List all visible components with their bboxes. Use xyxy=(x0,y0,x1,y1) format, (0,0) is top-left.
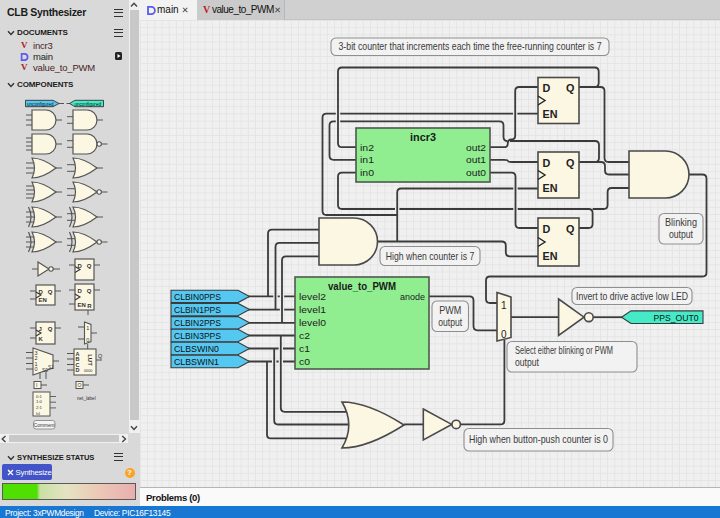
svg-text:Q: Q xyxy=(566,82,574,94)
svg-text:K: K xyxy=(39,336,44,342)
svg-text:EN: EN xyxy=(543,182,558,194)
svg-text:in1: in1 xyxy=(360,155,374,165)
svg-text:PWM: PWM xyxy=(439,305,461,316)
svg-text:in0: in0 xyxy=(360,168,374,178)
svg-text:unconfigured: unconfigured xyxy=(27,102,54,107)
svg-text:1: 1 xyxy=(501,300,507,311)
svg-text:0: 0 xyxy=(35,366,38,372)
svg-text:High when button-push counter: High when button-push counter is 0 xyxy=(469,434,608,445)
svg-text:0: 0 xyxy=(86,337,89,343)
svg-text:Q: Q xyxy=(98,353,103,359)
svg-text:Q: Q xyxy=(48,326,53,332)
svg-text:CLBIN0PPS: CLBIN0PPS xyxy=(174,292,221,302)
svg-text:Q: Q xyxy=(566,223,574,235)
svg-text:EN: EN xyxy=(78,302,86,308)
svg-text:D: D xyxy=(78,288,83,294)
svg-text:D: D xyxy=(78,263,83,269)
svg-text:level1: level1 xyxy=(299,305,326,315)
svg-text:S1: S1 xyxy=(48,365,54,370)
svg-text:CLBIN1PPS: CLBIN1PPS xyxy=(174,305,221,315)
svg-text:Invert to drive active low LED: Invert to drive active low LED xyxy=(576,291,688,302)
svg-text:CLBIN2PPS: CLBIN2PPS xyxy=(174,318,221,328)
svg-text:out2: out2 xyxy=(466,143,486,153)
svg-text:Q: Q xyxy=(87,288,92,294)
svg-text:I: I xyxy=(36,382,37,388)
svg-text:CLBSWIN1: CLBSWIN1 xyxy=(174,357,219,367)
svg-text:CLBSWIN0: CLBSWIN0 xyxy=(174,344,219,354)
svg-text:PPS_OUT0: PPS_OUT0 xyxy=(654,313,699,323)
svg-text:EN: EN xyxy=(39,297,47,303)
svg-text:2:1: 2:1 xyxy=(36,405,43,410)
svg-text:Select either blinking or PWM: Select either blinking or PWM xyxy=(515,345,613,356)
svg-text:3-bit counter that increments: 3-bit counter that increments each time … xyxy=(339,41,602,52)
svg-text:D: D xyxy=(543,223,551,235)
svg-text:incr3: incr3 xyxy=(410,131,436,143)
svg-text:LUT: LUT xyxy=(87,354,93,366)
svg-text:1:0: 1:0 xyxy=(36,399,43,404)
svg-text:Q: Q xyxy=(87,263,92,269)
svg-text:c0: c0 xyxy=(299,357,310,367)
svg-text:D: D xyxy=(543,82,551,94)
svg-text:1: 1 xyxy=(86,325,89,331)
svg-text:value_to_PWM: value_to_PWM xyxy=(328,280,396,292)
svg-text:0000: 0000 xyxy=(84,369,92,373)
svg-text:unconfigured: unconfigured xyxy=(74,102,101,107)
svg-text:EN: EN xyxy=(543,250,558,262)
svg-text:c1: c1 xyxy=(299,344,310,354)
svg-text:Blinking: Blinking xyxy=(665,217,697,228)
svg-text:Q: Q xyxy=(48,289,53,295)
svg-text:out0: out0 xyxy=(466,168,486,178)
svg-text:J: J xyxy=(39,326,42,332)
svg-text:out1: out1 xyxy=(466,155,486,165)
svg-text:c2: c2 xyxy=(299,331,310,341)
svg-text:anode: anode xyxy=(400,292,425,302)
svg-text:0:1: 0:1 xyxy=(36,394,43,399)
svg-text:D: D xyxy=(76,367,80,373)
svg-text:Q: Q xyxy=(566,157,574,169)
svg-text:output: output xyxy=(669,229,693,240)
svg-text:R: R xyxy=(87,303,92,309)
svg-text:net_label: net_label xyxy=(77,396,96,401)
svg-text:Comment: Comment xyxy=(34,423,55,428)
svg-text:High when counter is 7: High when counter is 7 xyxy=(386,251,475,262)
svg-text:0: 0 xyxy=(501,329,507,340)
svg-text:level0: level0 xyxy=(299,318,326,328)
svg-text:O: O xyxy=(78,382,82,388)
svg-text:lsl: lsl xyxy=(36,411,40,416)
svg-text:level2: level2 xyxy=(299,292,326,302)
svg-text:CLBIN3PPS: CLBIN3PPS xyxy=(174,331,221,341)
svg-text:output: output xyxy=(438,317,462,328)
svg-text:in2: in2 xyxy=(360,143,374,153)
svg-text:EN: EN xyxy=(543,108,558,120)
svg-text:output: output xyxy=(515,357,539,368)
svg-text:D: D xyxy=(543,157,551,169)
